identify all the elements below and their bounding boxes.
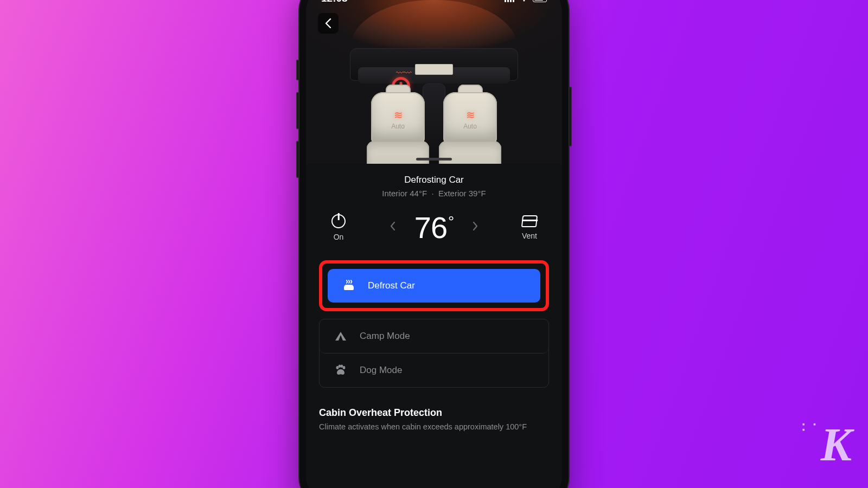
dog-mode-label: Dog Mode: [360, 365, 402, 376]
watermark-dots: ▪ ▪▪: [802, 422, 819, 433]
status-title: Defrosting Car: [319, 175, 549, 185]
mode-list: Camp Mode Dog Mode: [319, 319, 549, 388]
setpoint-control: 76°: [384, 210, 484, 245]
status-bar: 12:08: [306, 0, 562, 12]
status-right: [505, 0, 547, 2]
status-time: 12:08: [321, 0, 348, 4]
seat-heat-icon: ≋: [367, 108, 429, 121]
overheat-title: Cabin Overheat Protection: [319, 407, 549, 419]
svg-point-0: [336, 366, 339, 369]
camp-mode-label: Camp Mode: [360, 331, 410, 342]
svg-point-2: [339, 364, 341, 368]
steering-heat-icon: 〰〰: [396, 68, 411, 78]
defrost-label: Defrost Car: [368, 280, 415, 291]
vent-icon: [521, 215, 538, 227]
car-dash-screen: [415, 64, 453, 75]
driver-seat-mode: Auto: [367, 123, 429, 130]
seat-heat-icon: ≋: [439, 108, 501, 121]
temperature-readout: Interior 44°F · Exterior 39°F: [319, 189, 549, 198]
setpoint-value[interactable]: 76°: [414, 210, 454, 245]
overheat-desc: Climate activates when cabin exceeds app…: [319, 422, 549, 433]
content-body: Defrosting Car Interior 44°F · Exterior …: [306, 164, 562, 454]
temp-down-button[interactable]: [384, 216, 401, 239]
climate-row: On 76° Ve: [319, 210, 549, 245]
passenger-seat-mode: Auto: [439, 123, 501, 130]
back-button[interactable]: [318, 13, 339, 34]
chevron-left-icon: [324, 18, 332, 28]
chevron-right-icon: [472, 221, 478, 231]
highlight-annotation: Defrost Car: [319, 260, 549, 311]
power-toggle[interactable]: On: [321, 214, 356, 241]
tent-icon: [334, 330, 348, 342]
dog-mode-button[interactable]: Dog Mode: [320, 354, 548, 387]
defrost-icon: [342, 280, 356, 292]
svg-point-3: [341, 364, 343, 368]
phone-side-button: [296, 60, 299, 80]
paw-icon: [334, 364, 348, 376]
cellular-icon: [505, 0, 515, 2]
defrost-car-button[interactable]: Defrost Car: [328, 269, 540, 303]
wifi-icon: [519, 0, 529, 2]
svg-point-1: [343, 366, 346, 369]
power-label: On: [334, 233, 344, 241]
phone-side-button: [296, 92, 299, 129]
phone-screen: 12:08 〰〰: [306, 0, 562, 488]
phone-frame: 12:08 〰〰: [299, 0, 569, 488]
car-illustration: 〰〰 ≋ Auto ≋ Auto: [326, 0, 542, 164]
temp-up-button[interactable]: [467, 216, 484, 239]
phone-side-button: [296, 141, 299, 178]
power-icon: [331, 214, 346, 228]
camp-mode-button[interactable]: Camp Mode: [320, 319, 548, 354]
phone-side-button: [569, 87, 572, 146]
vent-label: Vent: [522, 232, 537, 240]
vent-toggle[interactable]: Vent: [512, 215, 547, 240]
car-hero: 〰〰 ≋ Auto ≋ Auto: [306, 0, 562, 164]
driver-seat[interactable]: ≋ Auto: [367, 92, 429, 164]
watermark-logo: ▪ ▪▪ K: [821, 418, 848, 472]
passenger-seat[interactable]: ≋ Auto: [439, 92, 501, 164]
sheet-grabber[interactable]: [416, 158, 452, 160]
battery-icon: [533, 0, 547, 2]
stage: 12:08 〰〰: [0, 0, 868, 488]
chevron-left-icon: [390, 221, 396, 231]
